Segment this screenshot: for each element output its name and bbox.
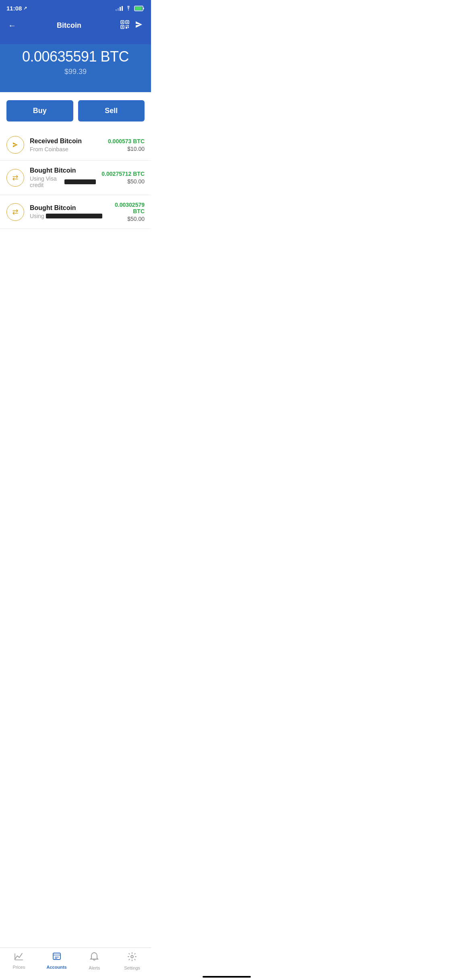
exchange-icon	[6, 203, 24, 221]
tx-usd-amount: $50.00	[101, 178, 145, 185]
header: ← Bitcoin	[0, 15, 151, 44]
tx-btc-amount: 0.00275712 BTC	[101, 171, 145, 177]
svg-rect-6	[127, 22, 128, 23]
svg-rect-10	[127, 25, 129, 27]
tx-title: Bought Bitcoin	[30, 204, 102, 212]
battery-icon	[134, 6, 145, 11]
tx-subtitle: Using Visa credit	[30, 175, 96, 188]
page-title: Bitcoin	[18, 21, 120, 30]
status-bar: 11:08 ↗	[0, 0, 151, 15]
balance-usd: $99.39	[6, 68, 145, 76]
balance-btc: 0.00635591 BTC	[6, 48, 145, 65]
tx-btc-amount: 0.00302579 BTC	[108, 202, 145, 214]
tx-usd-amount: $10.00	[108, 146, 145, 152]
svg-rect-11	[126, 27, 127, 29]
tx-info: Bought Bitcoin Using Visa credit	[30, 167, 96, 188]
redacted-text	[46, 214, 102, 218]
tx-subtitle: From Coinbase	[30, 146, 102, 152]
qr-code-button[interactable]	[120, 20, 129, 31]
status-icons	[116, 5, 145, 12]
action-buttons: Buy Sell	[0, 92, 151, 130]
svg-rect-8	[122, 27, 123, 28]
wifi-icon	[125, 5, 132, 12]
tx-info: Bought Bitcoin Using	[30, 204, 102, 219]
redacted-text	[64, 179, 96, 184]
svg-rect-12	[128, 27, 129, 28]
receive-icon	[6, 136, 24, 154]
tx-amounts: 0.00275712 BTC $50.00	[101, 171, 145, 185]
tx-amounts: 0.00302579 BTC $50.00	[108, 202, 145, 222]
transaction-item[interactable]: Bought Bitcoin Using Visa credit 0.00275…	[0, 161, 151, 195]
tx-info: Received Bitcoin From Coinbase	[30, 138, 102, 152]
buy-button[interactable]: Buy	[6, 100, 73, 121]
send-button[interactable]	[133, 19, 145, 32]
svg-rect-2	[135, 6, 142, 10]
header-actions	[120, 19, 145, 32]
svg-rect-9	[126, 25, 127, 27]
tx-btc-amount: 0.000573 BTC	[108, 138, 145, 144]
tx-usd-amount: $50.00	[108, 216, 145, 222]
tx-title: Bought Bitcoin	[30, 167, 96, 174]
status-time: 11:08 ↗	[6, 5, 27, 12]
transactions-list: Received Bitcoin From Coinbase 0.000573 …	[0, 130, 151, 229]
tx-subtitle: Using	[30, 213, 102, 219]
tx-title: Received Bitcoin	[30, 138, 102, 145]
svg-point-0	[128, 10, 129, 10]
transaction-item[interactable]: Bought Bitcoin Using 0.00302579 BTC $50.…	[0, 195, 151, 229]
tx-amounts: 0.000573 BTC $10.00	[108, 138, 145, 152]
sell-button[interactable]: Sell	[78, 100, 145, 121]
signal-icon	[116, 6, 123, 11]
balance-section: 0.00635591 BTC $99.39	[0, 44, 151, 92]
back-button[interactable]: ←	[6, 19, 18, 32]
transaction-item[interactable]: Received Bitcoin From Coinbase 0.000573 …	[0, 130, 151, 161]
exchange-icon	[6, 169, 24, 187]
svg-rect-4	[122, 22, 123, 23]
location-icon: ↗	[23, 6, 27, 11]
